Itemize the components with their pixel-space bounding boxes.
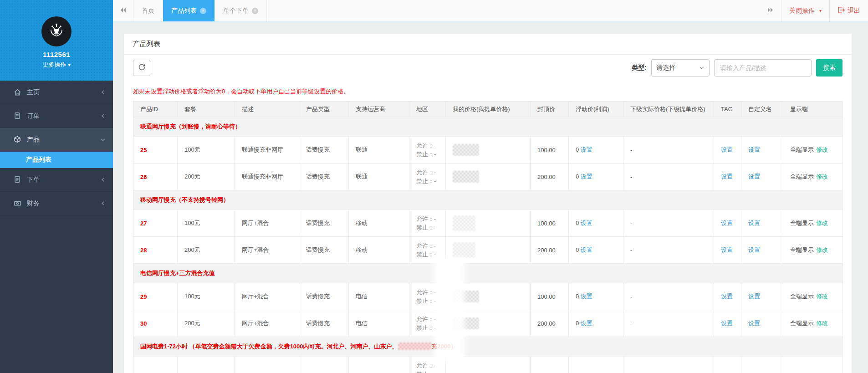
my-price-cell [446, 137, 531, 164]
type-select[interactable]: 请选择 [651, 59, 710, 77]
column-header: 封顶价 [531, 102, 569, 117]
filter-controls: 类型: 请选择 搜索 [632, 59, 842, 77]
modify-display-link[interactable]: 修改 [816, 293, 828, 300]
user-id: 1112561 [0, 51, 113, 58]
set-float-link[interactable]: 设置 [581, 320, 592, 327]
custom-name-set-link[interactable]: 设置 [748, 173, 760, 180]
custom-name-set-link[interactable]: 设置 [748, 320, 760, 327]
custom-name-cell: 设置 [741, 283, 783, 310]
close-icon[interactable] [200, 8, 206, 14]
product-id-cell: 30 [133, 310, 178, 337]
cell [623, 357, 714, 373]
custom-name-set-link[interactable]: 设置 [748, 246, 760, 253]
scroll-tabs-right-button[interactable] [760, 0, 781, 21]
display-value: 全端显示 [790, 173, 814, 180]
logout-button[interactable]: 退出 [829, 0, 868, 21]
custom-name-set-link[interactable]: 设置 [748, 146, 760, 153]
cell [235, 357, 299, 373]
my-price-cell [446, 283, 531, 310]
set-float-link[interactable]: 设置 [581, 220, 592, 226]
product-id-cell: 25 [133, 137, 178, 164]
cap-price-cell: 200.00 [531, 237, 569, 264]
product-type-cell: 话费慢充 [299, 310, 349, 337]
sidebar-item-label: 产品列表 [26, 156, 51, 164]
scroll-tabs-left-button[interactable] [113, 0, 133, 21]
desc-cell: 联通慢充非网厅 [235, 137, 299, 164]
carrier-cell: 移动 [349, 210, 409, 237]
refresh-icon [138, 63, 146, 72]
modify-display-link[interactable]: 修改 [816, 146, 828, 153]
tab-bar: 首页产品列表单个下单 关闭操作 退出 [113, 0, 868, 22]
tag-set-link[interactable]: 设置 [721, 246, 733, 253]
region-cell: 允许：-禁止：- [409, 310, 446, 337]
tab-产品列表[interactable]: 产品列表 [163, 0, 215, 21]
column-header: 显示端 [783, 102, 843, 117]
region-allow: 允许：- [416, 288, 442, 296]
modify-display-link[interactable]: 修改 [816, 246, 828, 253]
display-cell: 全端显示修改 [783, 137, 843, 164]
redacted-price [453, 291, 479, 302]
package-cell: 200元 [178, 310, 235, 337]
modify-display-link[interactable]: 修改 [816, 320, 828, 327]
tab-首页[interactable]: 首页 [133, 0, 163, 21]
column-header: 我的价格(我提单价格) [446, 102, 531, 117]
cell [349, 357, 409, 373]
crown-logo-icon [47, 21, 66, 41]
region-cell: 允许：-禁止：- [409, 283, 446, 310]
type-filter-label: 类型: [632, 64, 647, 72]
sidebar-item-orders[interactable]: 订单 [0, 104, 113, 128]
refresh-button[interactable] [133, 60, 150, 76]
search-input[interactable] [714, 59, 812, 77]
redacted-price [453, 171, 479, 183]
sidebar-item-home[interactable]: 主页 [0, 81, 113, 104]
column-header: TAG [714, 102, 741, 117]
avatar [41, 16, 71, 46]
sidebar-item-label: 主页 [27, 88, 40, 97]
cell [178, 357, 235, 373]
group-title: 国网电费1-72小时 （单笔交费金额需大于欠费金额，欠费1000内可充。河北户、… [140, 343, 398, 350]
display-value: 全端显示 [790, 146, 814, 153]
desc-cell: 网厅+混合 [235, 310, 299, 337]
close-actions-dropdown[interactable]: 关闭操作 [781, 0, 829, 21]
modify-display-link[interactable]: 修改 [816, 173, 828, 180]
chevron-left-icon [101, 113, 106, 118]
table-row: 28200元网厅+混合话费慢充移动允许：-禁止：-200.000 设置-设置设置… [133, 237, 843, 264]
custom-name-set-link[interactable]: 设置 [748, 220, 760, 226]
sidebar-item-finance[interactable]: 财务 [0, 192, 113, 215]
tag-cell: 设置 [714, 310, 741, 337]
tag-set-link[interactable]: 设置 [721, 220, 733, 226]
product-type-cell: 话费慢充 [299, 137, 349, 164]
cell [569, 357, 623, 373]
cap-price-cell: 100.00 [531, 283, 569, 310]
region-allow: 允许：- [416, 315, 442, 323]
set-float-link[interactable]: 设置 [581, 293, 592, 300]
float-price-cell: 0 设置 [569, 283, 623, 310]
tag-cell: 设置 [714, 164, 741, 190]
column-header: 支持运营商 [349, 102, 409, 117]
set-float-link[interactable]: 设置 [581, 173, 592, 180]
tag-set-link[interactable]: 设置 [721, 293, 733, 300]
more-actions-button[interactable]: 更多操作 [0, 61, 113, 69]
cube-icon [14, 136, 22, 144]
set-float-link[interactable]: 设置 [581, 146, 592, 153]
column-header: 地区 [409, 102, 446, 117]
column-header: 产品ID [133, 102, 178, 117]
cell [531, 357, 569, 373]
sidebar-item-product-list[interactable]: 产品列表 [0, 152, 113, 168]
group-title: 电信网厅慢充+三方混合充值 [140, 270, 215, 276]
custom-name-set-link[interactable]: 设置 [748, 293, 760, 300]
logout-icon [837, 6, 845, 15]
tab-单个下单[interactable]: 单个下单 [215, 0, 267, 21]
region-deny: 禁止：- [416, 223, 442, 232]
tag-set-link[interactable]: 设置 [721, 146, 733, 153]
modify-display-link[interactable]: 修改 [816, 220, 828, 226]
set-float-link[interactable]: 设置 [581, 246, 592, 253]
float-price-cell: 0 设置 [569, 137, 623, 164]
sub-price-cell: - [623, 237, 714, 264]
close-icon[interactable] [252, 8, 258, 14]
sidebar-item-products[interactable]: 产品 [0, 128, 113, 152]
tag-set-link[interactable]: 设置 [721, 320, 733, 327]
search-button[interactable]: 搜索 [816, 59, 842, 77]
sidebar-item-place-order[interactable]: 下单 [0, 168, 113, 192]
tag-set-link[interactable]: 设置 [721, 173, 733, 180]
